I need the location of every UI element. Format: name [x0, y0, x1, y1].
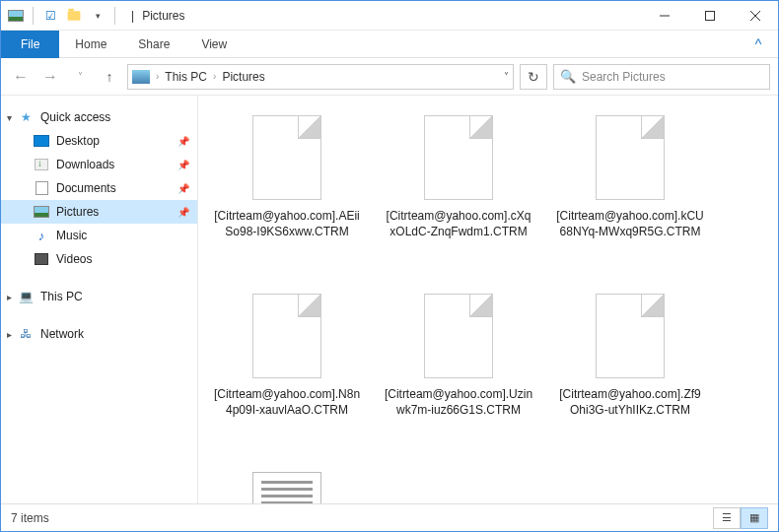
- sidebar-item-documents[interactable]: Documents📌: [1, 176, 197, 200]
- search-placeholder: Search Pictures: [582, 70, 666, 84]
- documents-icon: [33, 179, 50, 197]
- file-item[interactable]: [Citrteam@yahoo.com].Zf9Ohi3G-utYhIIKz.C…: [551, 288, 709, 460]
- sidebar-item-downloads[interactable]: Downloads📌: [1, 153, 197, 176]
- file-item[interactable]: [Citrteam@yahoo.com].N8n4p09I-xauvlAaO.C…: [208, 288, 366, 460]
- sidebar-item-music[interactable]: ♪Music: [1, 224, 197, 247]
- title-location: Pictures: [142, 9, 184, 23]
- pictures-icon: [33, 203, 50, 221]
- app-icon: [7, 7, 25, 25]
- music-icon: ♪: [33, 227, 50, 244]
- sidebar-network[interactable]: ▸ 🖧 Network: [1, 322, 197, 346]
- sidebar-item-label: Documents: [56, 181, 177, 195]
- back-button[interactable]: ←: [9, 65, 33, 89]
- network-icon: 🖧: [17, 325, 35, 343]
- status-item-count: 7 items: [11, 511, 49, 525]
- address-bar[interactable]: › This PC › Pictures ˅: [127, 64, 514, 90]
- view-details-button[interactable]: ☰: [713, 507, 741, 529]
- file-item[interactable]: [Citrteam@yahoo.com].AEiiSo98-I9KS6xww.C…: [208, 109, 366, 282]
- ribbon-tab-home[interactable]: Home: [59, 31, 122, 58]
- generic-file-icon: [424, 294, 493, 378]
- file-item[interactable]: [Citrteam@yahoo.com].kCU68NYq-MWxq9R5G.C…: [551, 109, 709, 282]
- file-name-label: [Citrteam@yahoo.com].N8n4p09I-xauvlAaO.C…: [208, 386, 366, 418]
- window-controls: [642, 1, 778, 31]
- generic-file-icon: [424, 115, 493, 200]
- file-name-label: [Citrteam@yahoo.com].cXqxOLdC-ZnqFwdm1.C…: [380, 208, 537, 239]
- sidebar-item-desktop[interactable]: Desktop📌: [1, 129, 197, 153]
- sidebar-item-label: Music: [56, 229, 189, 242]
- titlebar: ☑ ▾ | Pictures: [1, 1, 778, 31]
- sidebar-quick-access[interactable]: ▾ ★ Quick access: [1, 105, 197, 129]
- file-item[interactable]: [Citrteam@yahoo.com].cXqxOLdC-ZnqFwdm1.C…: [380, 109, 537, 282]
- chevron-right-icon[interactable]: ▸: [1, 292, 17, 302]
- address-chevron-icon[interactable]: ›: [213, 71, 216, 82]
- file-name-label: [Citrteam@yahoo.com].Zf9Ohi3G-utYhIIKz.C…: [551, 386, 709, 418]
- view-large-icons-button[interactable]: ▦: [741, 507, 768, 529]
- quick-access-toolbar: ☑ ▾: [1, 7, 123, 25]
- minimize-button[interactable]: [642, 1, 687, 31]
- qat-dropdown-icon[interactable]: ▾: [89, 7, 106, 25]
- file-item[interactable]: [Citrteam@yahoo.com].Uzinwk7m-iuz66G1S.C…: [380, 288, 537, 460]
- file-name-label: [Citrteam@yahoo.com].Uzinwk7m-iuz66G1S.C…: [380, 386, 537, 418]
- close-button[interactable]: [733, 1, 778, 31]
- ribbon-file-tab[interactable]: File: [1, 31, 59, 58]
- generic-file-icon: [596, 115, 665, 200]
- recent-locations-dropdown[interactable]: ˅: [68, 65, 92, 89]
- ribbon: File Home Share View ^: [1, 31, 778, 58]
- generic-file-icon: [252, 115, 321, 200]
- qat-properties-icon[interactable]: ☑: [41, 7, 59, 25]
- address-segment-thispc[interactable]: This PC: [165, 70, 207, 84]
- refresh-button[interactable]: ↻: [520, 64, 547, 90]
- videos-icon: [33, 250, 50, 268]
- ribbon-tab-view[interactable]: View: [185, 31, 243, 58]
- title-separator: |: [131, 9, 134, 23]
- sidebar-item-pictures[interactable]: Pictures📌: [1, 200, 197, 224]
- pin-icon: 📌: [177, 136, 189, 147]
- chevron-right-icon[interactable]: ▸: [1, 329, 17, 340]
- address-location-icon: [132, 70, 150, 84]
- up-button[interactable]: ↑: [98, 65, 121, 89]
- address-dropdown-icon[interactable]: ˅: [496, 71, 509, 82]
- desktop-icon: [33, 132, 50, 150]
- sidebar-this-pc[interactable]: ▸ 💻 This PC: [1, 285, 197, 308]
- sidebar-item-label: Desktop: [56, 134, 177, 148]
- ribbon-help-icon[interactable]: ^: [739, 36, 778, 52]
- sidebar-item-label: Pictures: [56, 205, 177, 219]
- qat-newfolder-icon[interactable]: [65, 7, 83, 25]
- chevron-down-icon[interactable]: ▾: [1, 112, 17, 123]
- status-bar: 7 items ☰ ▦: [1, 503, 778, 531]
- sidebar-item-videos[interactable]: Videos: [1, 247, 197, 271]
- navigation-pane: ▾ ★ Quick access Desktop📌Downloads📌Docum…: [1, 96, 198, 505]
- file-name-label: [Citrteam@yahoo.com].kCU68NYq-MWxq9R5G.C…: [551, 208, 709, 239]
- generic-file-icon: [596, 294, 665, 378]
- file-list[interactable]: [Citrteam@yahoo.com].AEiiSo98-I9KS6xww.C…: [198, 96, 778, 505]
- address-chevron-icon[interactable]: ›: [156, 71, 159, 82]
- pin-icon: 📌: [177, 160, 189, 170]
- file-name-label: [Citrteam@yahoo.com].AEiiSo98-I9KS6xww.C…: [208, 208, 366, 239]
- search-icon: 🔍: [560, 69, 576, 84]
- maximize-button[interactable]: [687, 1, 733, 31]
- forward-button[interactable]: →: [38, 65, 62, 89]
- ribbon-tab-share[interactable]: Share: [122, 31, 185, 58]
- downloads-icon: [33, 156, 50, 173]
- search-input[interactable]: 🔍 Search Pictures: [553, 64, 770, 90]
- pin-icon: 📌: [177, 207, 189, 218]
- address-segment-pictures[interactable]: Pictures: [222, 70, 264, 84]
- sidebar-item-label: Videos: [56, 252, 189, 266]
- generic-file-icon: [252, 294, 321, 378]
- pin-icon: 📌: [177, 183, 189, 194]
- navigation-bar: ← → ˅ ↑ › This PC › Pictures ˅ ↻ 🔍 Searc…: [1, 58, 778, 96]
- svg-rect-1: [706, 11, 715, 20]
- pc-icon: 💻: [17, 288, 35, 305]
- sidebar-item-label: Downloads: [56, 158, 177, 171]
- star-icon: ★: [17, 108, 35, 126]
